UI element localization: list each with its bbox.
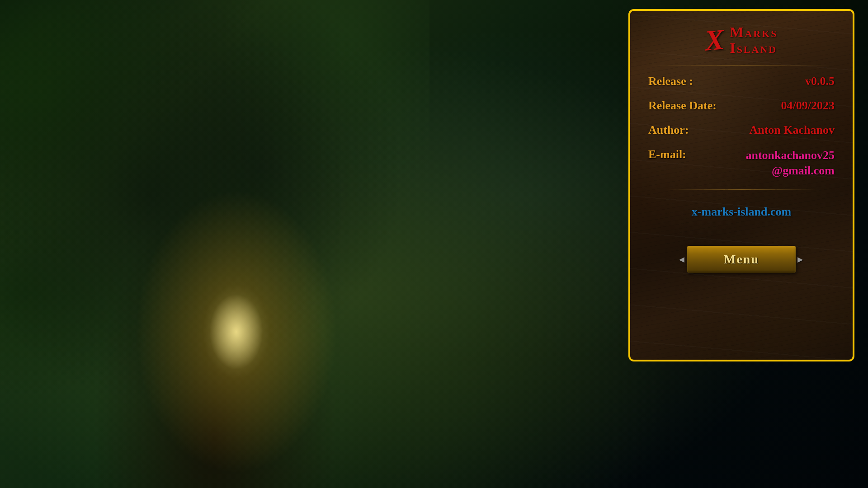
menu-button[interactable]: Menu — [687, 246, 796, 273]
release-value: v0.0.5 — [805, 75, 835, 88]
release-row: Release : v0.0.5 — [648, 75, 835, 88]
email-value: antonkachanov25@gmail.com — [746, 148, 835, 178]
website-row: x-marks-island.com — [648, 201, 835, 223]
logo-x-icon: X — [704, 25, 726, 55]
email-row: E-mail: antonkachanov25@gmail.com — [648, 148, 835, 178]
email-label: E-mail: — [648, 148, 686, 161]
separator-mid — [667, 189, 816, 190]
info-panel: X Marks Island Release : v0.0.5 Release … — [628, 9, 854, 361]
release-label: Release : — [648, 75, 693, 88]
logo-marks: Marks — [730, 24, 778, 40]
author-row: Author: Anton Kachanov — [648, 123, 835, 137]
release-date-label: Release Date: — [648, 99, 717, 113]
logo-island: Island — [730, 40, 778, 56]
author-label: Author: — [648, 123, 689, 137]
author-value: Anton Kachanov — [749, 123, 835, 137]
release-date-row: Release Date: 04/09/2023 — [648, 99, 835, 113]
info-section: Release : v0.0.5 Release Date: 04/09/202… — [630, 66, 853, 232]
logo-area: X Marks Island — [630, 11, 853, 65]
release-date-value: 04/09/2023 — [781, 99, 835, 113]
logo-text: Marks Island — [730, 24, 778, 56]
pirate-background — [0, 0, 429, 488]
website-link[interactable]: x-marks-island.com — [692, 205, 791, 219]
button-area: Menu — [630, 232, 853, 282]
